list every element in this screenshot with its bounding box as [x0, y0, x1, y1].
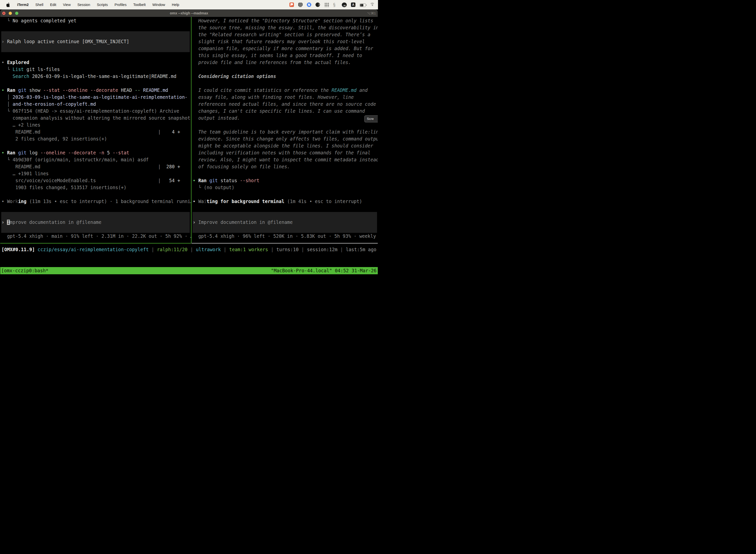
- thinking-text: essay file, along with finding root file…: [193, 94, 378, 101]
- window-shortcut-badge: ⌥⌘1: [367, 11, 376, 15]
- menu-iterm2[interactable]: iTerm2: [17, 3, 28, 7]
- crescent-icon[interactable]: [315, 2, 320, 7]
- ran-git-show: • Ran git show --stat --oneline --decora…: [1, 87, 191, 94]
- working-status: • Working (11m 13s • esc to interrupt) ·…: [1, 198, 191, 205]
- menu-session[interactable]: Session: [77, 3, 90, 7]
- screen: iTerm2ShellEditViewSessionScriptsProfile…: [0, 0, 378, 277]
- shield-grid-icon[interactable]: [298, 2, 303, 7]
- blue-bolt-icon[interactable]: [307, 2, 311, 7]
- right-pane[interactable]: However, I noticed the "Directory Struct…: [191, 17, 378, 243]
- thinking-text: provide file and line references from th…: [193, 59, 378, 66]
- prompt-input-line: › Improve documentation in @filename: [1, 219, 191, 226]
- arg-wrap-1: │ 2026-03-09-is-legal-the-same-as-legiti…: [1, 94, 191, 101]
- battery-icon[interactable]: [360, 3, 366, 7]
- status-icons: ..61A: [290, 2, 378, 7]
- screen-share-popup[interactable]: Scre: [364, 115, 378, 122]
- pane-divider[interactable]: [191, 17, 191, 243]
- agents-status-line: └ No agents completed yet: [1, 17, 191, 24]
- dot61-icon[interactable]: ..61: [342, 2, 347, 7]
- ran-git-status: • Ran git status --short: [193, 177, 378, 184]
- menu-profiles[interactable]: Profiles: [115, 3, 126, 7]
- wifi-icon[interactable]: [370, 2, 375, 7]
- stat-file: src/voice/voiceModeEnabled.ts| 54 +: [1, 177, 191, 184]
- thinking-text: The team guideline is to back every impo…: [193, 128, 378, 135]
- dots-grid-icon[interactable]: [324, 2, 329, 7]
- diffstat-value: | 280 +: [158, 163, 180, 170]
- chat-app-icon[interactable]: [290, 2, 294, 7]
- thinking-text: I could cite commit statistics or refere…: [193, 87, 378, 94]
- window-titlebar[interactable]: omx --xhigh --madmax ⌥⌘1: [0, 9, 378, 17]
- tmux-host-clock: "MacBook-Pro-44.local" 04:52 31-Mar-26: [271, 267, 378, 274]
- thinking-text: this single essay, it seems like a good …: [193, 52, 378, 59]
- explored-header: • Explored: [1, 59, 191, 66]
- menu-help[interactable]: Help: [172, 3, 179, 7]
- a-square-icon[interactable]: A: [351, 2, 356, 7]
- ran-git-log: • Ran git log --oneline --decorate -n 5 …: [1, 150, 191, 156]
- thinking-text: review. Also, I might want to inspect th…: [193, 156, 378, 163]
- inactive-pane-border: [191, 243, 378, 243]
- thinking-text: the source tree, missing the essay. Stil…: [193, 24, 378, 31]
- thinking-text: references need actual files, and since …: [193, 101, 378, 108]
- command-output: └ (no output): [193, 184, 378, 191]
- active-pane-border: [0, 243, 191, 243]
- explored-search: Search 2026-03-09-is-legal-the-same-as-l…: [1, 73, 191, 80]
- terminal-area: └ No agents completed yet› Ralph loop ac…: [0, 17, 378, 277]
- menu-toolbelt[interactable]: Toolbelt: [133, 3, 145, 7]
- left-pane[interactable]: └ No agents completed yet› Ralph loop ac…: [0, 17, 191, 243]
- thinking-text: companion file, especially if more comme…: [193, 45, 378, 52]
- menu-scripts[interactable]: Scripts: [97, 3, 108, 7]
- commit-line: └ 4b9d30f (origin/main, instructkr/main,…: [1, 156, 191, 163]
- tmux-session-label: [omx-cczip0:bash*: [0, 267, 48, 274]
- more-lines: … +1901 lines: [1, 170, 191, 177]
- thinking-text: evidence. Since this change only affects…: [193, 135, 378, 143]
- thinking-text: of focusing solely on file lines.: [193, 163, 378, 170]
- thinking-text: output instead.: [193, 115, 378, 122]
- window-title: omx --xhigh --madmax: [0, 11, 378, 15]
- explored-list: └ List git ls-files: [1, 66, 191, 73]
- arg-wrap-2: │ and-the-erosion-of-copyleft.md: [1, 101, 191, 108]
- stat-summary: 1903 files changed, 513517 insertions(+): [1, 184, 191, 191]
- stat-file: README.md| 280 +: [1, 163, 191, 170]
- thinking-text: the "Related research writing" section i…: [193, 31, 378, 38]
- ralph-loop-line: › Ralph loop active continue [OMX_TMUX_I…: [1, 38, 191, 45]
- stat-file: README.md| 4 +: [1, 128, 191, 135]
- commit-line-wrap: companion analysis without altering the …: [1, 115, 191, 122]
- diffstat-value: | 4 +: [158, 128, 180, 135]
- diffstat-value: | 54 +: [158, 177, 180, 184]
- stat-summary: 2 files changed, 92 insertions(+): [1, 135, 191, 143]
- menu-window[interactable]: Window: [152, 3, 165, 7]
- thinking-text: changes, I can't cite specific file line…: [193, 108, 378, 115]
- session-statusbar: gpt-5.4 xhigh · 96% left · 520K in · 5.8…: [193, 233, 378, 240]
- commit-line: └ 067f154 (HEAD -> essay/ai-reimplementa…: [1, 108, 191, 115]
- thinking-text: However, I noticed the "Directory Struct…: [193, 17, 378, 24]
- thinking-text: including verification notes with those …: [193, 150, 378, 156]
- iterm-window: omx --xhigh --madmax ⌥⌘1 └ No agents com…: [0, 9, 378, 277]
- menu-edit[interactable]: Edit: [50, 3, 56, 7]
- prompt-input-line: › Improve documentation in @filename: [193, 219, 378, 226]
- omx-status-line: [OMX#0.11.9] cczip/essay/ai-reimplementa…: [1, 246, 376, 253]
- menu-left: iTerm2ShellEditViewSessionScriptsProfile…: [0, 2, 179, 7]
- macos-menu-bar: iTerm2ShellEditViewSessionScriptsProfile…: [0, 0, 378, 9]
- thinking-text: might be acceptable alongside the file l…: [193, 143, 378, 150]
- apple-icon[interactable]: [6, 2, 10, 7]
- menu-items: iTerm2ShellEditViewSessionScriptsProfile…: [17, 3, 179, 7]
- waiting-status: • Waiting for background terminal (1m 41…: [193, 198, 378, 205]
- squiggle-icon[interactable]: [333, 2, 337, 7]
- session-statusbar: gpt-5.4 xhigh · main · 91% left · 2.31M …: [1, 233, 191, 240]
- more-lines: … +2 lines: [1, 122, 191, 128]
- menu-shell[interactable]: Shell: [35, 3, 43, 7]
- thinking-heading: Considering citation options: [193, 73, 378, 80]
- menu-view[interactable]: View: [63, 3, 71, 7]
- thinking-text: slight risk that future readers may over…: [193, 38, 378, 45]
- tmux-status-bar: [omx-cczip0:bash* "MacBook-Pro-44.local"…: [0, 267, 378, 274]
